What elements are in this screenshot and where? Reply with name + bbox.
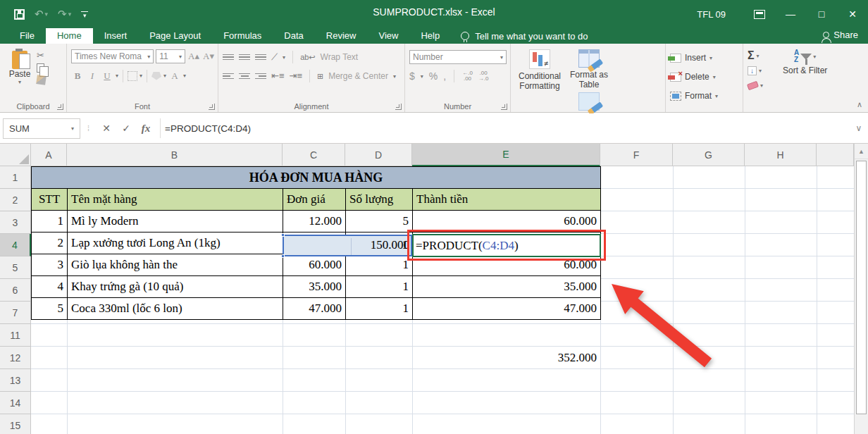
scroll-up-icon[interactable]: ▲ bbox=[855, 144, 868, 159]
row-header-3[interactable]: 3 bbox=[0, 211, 31, 234]
vertical-scrollbar[interactable]: ▲ bbox=[854, 144, 868, 434]
alignment-dialog-launcher-icon[interactable] bbox=[395, 104, 402, 110]
percent-format-icon[interactable]: % bbox=[429, 70, 438, 82]
paste-button[interactable]: Paste ▾ bbox=[4, 51, 35, 85]
number-format-combo[interactable]: Number▾ bbox=[409, 50, 507, 64]
cell-e7[interactable]: 47.000 bbox=[413, 298, 601, 320]
currency-format-icon[interactable]: $ bbox=[409, 70, 415, 82]
format-as-table-button[interactable]: Format as Table bbox=[564, 49, 614, 89]
col-header-partial[interactable] bbox=[817, 144, 854, 166]
cell-a6[interactable]: 4 bbox=[32, 276, 68, 298]
invoice-title-cell[interactable]: HÓA ĐƠN MUA HÀNG bbox=[32, 167, 601, 189]
row-header-13[interactable]: 13 bbox=[0, 369, 31, 392]
collapse-ribbon-icon[interactable]: ∧ bbox=[857, 100, 862, 109]
cell-c3[interactable]: 12.000 bbox=[283, 211, 346, 232]
increase-indent-icon[interactable]: ⇥≡ bbox=[289, 71, 302, 81]
font-color-icon[interactable]: A bbox=[168, 69, 181, 82]
row-header-1[interactable]: 1 bbox=[0, 166, 31, 189]
insert-cells-button[interactable]: Insert▾ bbox=[670, 50, 740, 66]
header-cell-price[interactable]: Đơn giá bbox=[283, 189, 346, 211]
clipboard-dialog-launcher-icon[interactable] bbox=[57, 104, 63, 110]
cells-area[interactable]: HÓA ĐƠN MUA HÀNG STT Tên mặt hàng Đơn gi… bbox=[31, 166, 854, 434]
row-header-15[interactable]: 15 bbox=[0, 414, 31, 434]
row-header-4[interactable]: 4 bbox=[0, 234, 31, 256]
cell-b5[interactable]: Giò lụa không hàn the bbox=[68, 254, 283, 276]
cell-c7[interactable]: 47.000 bbox=[283, 298, 346, 320]
clear-button[interactable]: ▾ bbox=[748, 79, 777, 92]
cell-c6[interactable]: 35.000 bbox=[283, 276, 346, 298]
tab-file[interactable]: File bbox=[8, 28, 46, 44]
close-icon[interactable]: ✕ bbox=[837, 0, 868, 28]
format-painter-icon[interactable] bbox=[36, 75, 46, 85]
range-handle-icon[interactable] bbox=[281, 254, 285, 258]
formula-range-highlight[interactable]: 150.000 1 bbox=[283, 235, 412, 256]
header-cell-name[interactable]: Tên mặt hàng bbox=[68, 189, 283, 211]
cell-a7[interactable]: 5 bbox=[32, 298, 68, 320]
align-center-icon[interactable] bbox=[239, 73, 250, 80]
underline-caret-icon[interactable]: ▾ bbox=[116, 73, 118, 79]
font-name-combo[interactable]: Times New Roma▾ bbox=[71, 49, 154, 63]
header-cell-qty[interactable]: Số lượng bbox=[346, 189, 413, 211]
conditional-formatting-button[interactable]: ≠ Conditional Formatting bbox=[515, 49, 564, 91]
underline-button[interactable]: U bbox=[101, 69, 113, 82]
row-header-14[interactable]: 14 bbox=[0, 392, 31, 414]
merge-center-button[interactable]: Merge & Center bbox=[328, 71, 388, 81]
header-cell-stt[interactable]: STT bbox=[32, 189, 68, 211]
cell-d6[interactable]: 1 bbox=[346, 276, 413, 298]
row-header-2[interactable]: 2 bbox=[0, 189, 31, 211]
enter-entry-button[interactable]: ✓ bbox=[116, 118, 136, 138]
borders-icon[interactable] bbox=[128, 71, 137, 81]
align-right-icon[interactable] bbox=[255, 73, 266, 80]
fill-color-icon[interactable] bbox=[151, 72, 161, 80]
col-header-b[interactable]: B bbox=[67, 144, 283, 166]
cell-c5[interactable]: 60.000 bbox=[283, 254, 346, 276]
share-button[interactable]: Share bbox=[823, 30, 858, 40]
align-bottom-icon[interactable] bbox=[255, 54, 266, 61]
col-header-a[interactable]: A bbox=[31, 144, 67, 166]
merge-center-caret-icon[interactable]: ▾ bbox=[393, 73, 396, 80]
tab-page-layout[interactable]: Page Layout bbox=[138, 28, 212, 44]
font-dialog-launcher-icon[interactable] bbox=[209, 104, 215, 110]
align-left-icon[interactable] bbox=[223, 73, 234, 80]
cell-b7[interactable]: Coca 330ml (lốc 6 lon) bbox=[68, 298, 283, 320]
cell-b4[interactable]: Lạp xưởng tươi Long An (1kg) bbox=[68, 232, 283, 254]
cell-d5[interactable]: 1 bbox=[346, 254, 413, 276]
header-cell-total[interactable]: Thành tiền bbox=[413, 189, 601, 211]
col-header-g[interactable]: G bbox=[673, 144, 745, 166]
wrap-text-button[interactable]: Wrap Text bbox=[321, 52, 359, 62]
col-header-e[interactable]: E bbox=[412, 144, 600, 166]
sort-filter-button[interactable]: A Z ▾ Sort & Filter bbox=[783, 49, 827, 75]
row-header-11[interactable]: 11 bbox=[0, 324, 31, 347]
user-name[interactable]: TFL 09 bbox=[697, 9, 726, 20]
expand-formula-bar-icon[interactable]: ∨ bbox=[850, 123, 868, 133]
row-header-12[interactable]: 12 bbox=[0, 347, 31, 369]
comma-format-icon[interactable]: , bbox=[443, 70, 446, 82]
wrap-text-icon[interactable]: ab↩ bbox=[300, 52, 315, 62]
cell-d3[interactable]: 5 bbox=[346, 211, 413, 232]
tab-data[interactable]: Data bbox=[273, 28, 314, 44]
decrease-decimal-icon[interactable]: .00→.0 bbox=[478, 70, 489, 82]
cell-b3[interactable]: Mì ly Modern bbox=[68, 211, 283, 232]
cancel-entry-button[interactable]: ✕ bbox=[97, 118, 116, 138]
tab-home[interactable]: Home bbox=[46, 28, 93, 44]
range-handle-icon[interactable] bbox=[281, 233, 285, 237]
font-color-caret-icon[interactable]: ▾ bbox=[183, 73, 186, 79]
cell-e11-grand-total[interactable]: 352.000 bbox=[412, 347, 600, 369]
name-box-resize-handle[interactable]: ⁞ bbox=[87, 124, 89, 132]
cut-icon[interactable]: ✂ bbox=[37, 51, 46, 61]
tab-formulas[interactable]: Formulas bbox=[212, 28, 273, 44]
shrink-font-icon[interactable]: A▾ bbox=[202, 50, 215, 63]
fill-button[interactable]: ↓▾ bbox=[748, 64, 777, 77]
tab-view[interactable]: View bbox=[367, 28, 409, 44]
format-cells-button[interactable]: Format▾ bbox=[670, 88, 740, 104]
align-middle-icon[interactable] bbox=[239, 54, 250, 61]
autosum-button[interactable]: Σ▾ bbox=[748, 49, 777, 62]
italic-button[interactable]: I bbox=[86, 69, 99, 82]
cell-e6[interactable]: 35.000 bbox=[413, 276, 601, 298]
number-dialog-launcher-icon[interactable] bbox=[501, 104, 507, 110]
tab-insert[interactable]: Insert bbox=[93, 28, 139, 44]
merge-center-icon[interactable]: ⊞ bbox=[317, 71, 323, 81]
align-top-icon[interactable] bbox=[223, 54, 234, 61]
currency-caret-icon[interactable]: ▾ bbox=[421, 73, 423, 80]
col-header-c[interactable]: C bbox=[283, 144, 345, 166]
